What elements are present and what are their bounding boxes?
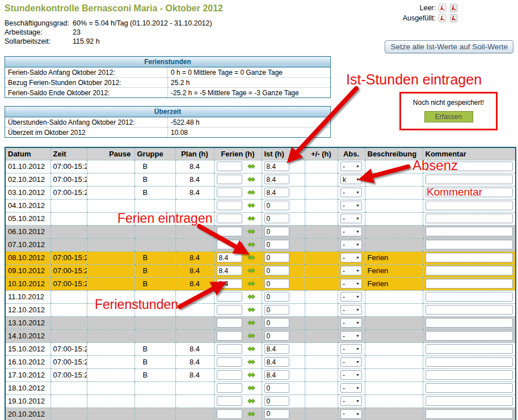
ferien-input[interactable]: [217, 253, 242, 262]
absence-select[interactable]: -▼: [340, 383, 362, 393]
absence-select[interactable]: -▼: [340, 240, 362, 249]
ist-input[interactable]: [264, 253, 289, 262]
ferien-input[interactable]: [217, 188, 242, 197]
transfer-plan-to-ferien-icon[interactable]: [247, 294, 255, 300]
kommentar-input[interactable]: [426, 279, 513, 289]
absence-select[interactable]: -▼: [340, 318, 362, 328]
absence-select[interactable]: -▼: [340, 214, 362, 223]
ist-input[interactable]: [264, 175, 289, 184]
absence-select[interactable]: -▼: [340, 305, 362, 315]
pdf-alt-icon[interactable]: [449, 3, 458, 12]
kommentar-input[interactable]: [426, 383, 513, 393]
absence-select[interactable]: -▼: [340, 331, 362, 341]
ist-input[interactable]: [264, 370, 289, 380]
ist-input[interactable]: [264, 305, 289, 315]
kommentar-input[interactable]: [426, 370, 513, 380]
kommentar-input[interactable]: [426, 318, 513, 328]
ist-input[interactable]: [264, 240, 289, 249]
ferien-input[interactable]: [217, 344, 242, 354]
ist-input[interactable]: [264, 188, 289, 197]
ferien-input[interactable]: [217, 305, 242, 315]
absence-select[interactable]: -▼: [340, 396, 362, 406]
kommentar-input[interactable]: [426, 253, 513, 262]
ist-input[interactable]: [264, 266, 289, 275]
transfer-plan-to-ferien-icon[interactable]: [247, 215, 255, 222]
ferien-input[interactable]: [217, 266, 242, 275]
absence-select[interactable]: -▼: [340, 188, 362, 197]
ferien-input[interactable]: [217, 409, 242, 419]
ferien-input[interactable]: [217, 162, 242, 171]
kommentar-input[interactable]: [426, 396, 513, 406]
ferien-input[interactable]: [217, 370, 242, 380]
ferien-input[interactable]: [217, 201, 242, 210]
ist-input[interactable]: [264, 318, 289, 328]
pdf-icon[interactable]: [438, 14, 447, 23]
ist-input[interactable]: [264, 162, 289, 171]
ist-input[interactable]: [264, 409, 289, 419]
ferien-input[interactable]: [217, 357, 242, 367]
erfassen-button[interactable]: Erfassen: [424, 111, 473, 122]
ferien-input[interactable]: [217, 214, 242, 223]
ist-input[interactable]: [264, 201, 289, 210]
ferien-input[interactable]: [217, 240, 242, 249]
absence-select[interactable]: -▼: [340, 370, 362, 380]
absence-select[interactable]: -▼: [340, 266, 362, 275]
transfer-plan-to-ferien-icon[interactable]: [247, 281, 255, 287]
kommentar-input[interactable]: [426, 175, 513, 184]
transfer-plan-to-ferien-icon[interactable]: [247, 163, 255, 169]
ist-input[interactable]: [264, 383, 289, 393]
kommentar-input[interactable]: [426, 357, 513, 367]
ist-input[interactable]: [264, 396, 289, 406]
transfer-plan-to-ferien-icon[interactable]: [247, 333, 255, 339]
kommentar-input[interactable]: [426, 305, 513, 315]
kommentar-input[interactable]: [426, 409, 513, 419]
ist-input[interactable]: [264, 292, 289, 302]
ist-input[interactable]: [264, 357, 289, 367]
ferien-input[interactable]: [217, 175, 242, 184]
transfer-plan-to-ferien-icon[interactable]: [247, 268, 255, 274]
set-all-ist-to-soll-button[interactable]: Setze alle Ist-Werte auf Soll-Werte: [385, 40, 513, 53]
ist-input[interactable]: [264, 214, 289, 223]
absence-select[interactable]: -▼: [340, 292, 362, 302]
transfer-plan-to-ferien-icon[interactable]: [247, 385, 255, 391]
absence-select[interactable]: -▼: [340, 344, 362, 354]
kommentar-input[interactable]: [426, 227, 513, 236]
ferien-input[interactable]: [217, 227, 242, 236]
pdf-icon[interactable]: [438, 3, 447, 12]
absence-select[interactable]: -▼: [340, 357, 362, 367]
kommentar-input[interactable]: [426, 331, 513, 341]
absence-select[interactable]: -▼: [340, 162, 362, 171]
ist-input[interactable]: [264, 227, 289, 236]
absence-select[interactable]: -▼: [340, 279, 362, 289]
absence-select[interactable]: k▼: [340, 175, 362, 184]
kommentar-input[interactable]: [426, 240, 513, 249]
transfer-plan-to-ferien-icon[interactable]: [247, 398, 255, 404]
ferien-input[interactable]: [217, 279, 242, 289]
transfer-plan-to-ferien-icon[interactable]: [247, 359, 255, 365]
ferien-input[interactable]: [217, 396, 242, 406]
ferien-input[interactable]: [217, 318, 242, 328]
absence-select[interactable]: -▼: [340, 227, 362, 236]
kommentar-input[interactable]: [426, 201, 513, 210]
transfer-plan-to-ferien-icon[interactable]: [247, 254, 255, 261]
ferien-input[interactable]: [217, 292, 242, 302]
transfer-plan-to-ferien-icon[interactable]: [247, 228, 255, 235]
ist-input[interactable]: [264, 279, 289, 289]
ist-input[interactable]: [264, 344, 289, 354]
kommentar-input[interactable]: [426, 214, 513, 223]
transfer-plan-to-ferien-icon[interactable]: [247, 372, 255, 378]
ferien-input[interactable]: [217, 383, 242, 393]
transfer-plan-to-ferien-icon[interactable]: [247, 176, 255, 183]
transfer-plan-to-ferien-icon[interactable]: [247, 320, 255, 326]
kommentar-input[interactable]: [426, 292, 513, 302]
transfer-plan-to-ferien-icon[interactable]: [247, 241, 255, 248]
transfer-plan-to-ferien-icon[interactable]: [247, 307, 255, 313]
transfer-plan-to-ferien-icon[interactable]: [247, 411, 255, 417]
transfer-plan-to-ferien-icon[interactable]: [247, 346, 255, 352]
kommentar-input[interactable]: [426, 266, 513, 275]
absence-select[interactable]: -▼: [340, 409, 362, 419]
kommentar-input[interactable]: [426, 344, 513, 354]
absence-select[interactable]: -▼: [340, 201, 362, 210]
pdf-alt-icon[interactable]: [449, 14, 458, 23]
transfer-plan-to-ferien-icon[interactable]: [247, 189, 255, 196]
